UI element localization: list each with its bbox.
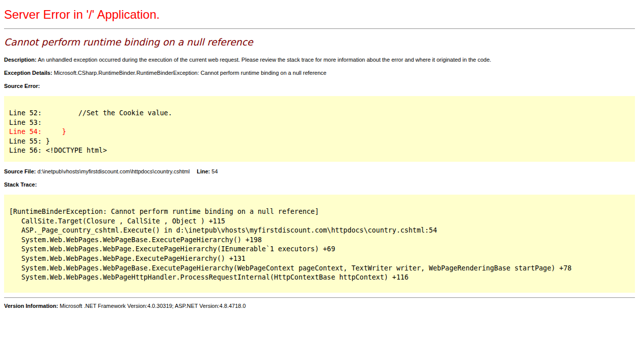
- footer-divider: [4, 297, 635, 298]
- stack-trace-row: Stack Trace:: [4, 181, 635, 188]
- source-error-box: Line 52: //Set the Cookie value. Line 53…: [4, 96, 635, 162]
- line-number: 54: [212, 168, 218, 174]
- stack-trace-box: [RuntimeBinderException: Cannot perform …: [4, 195, 635, 293]
- version-text: Microsoft .NET Framework Version:4.0.303…: [60, 303, 246, 309]
- description-label: Description:: [4, 57, 36, 63]
- source-error-row: Source Error:: [4, 83, 635, 89]
- line-label: Line:: [197, 168, 210, 174]
- source-file-label: Source File:: [4, 168, 36, 174]
- source-error-label: Source Error:: [4, 83, 40, 89]
- source-file-row: Source File: d:\inetpub\vhosts\myfirstdi…: [4, 168, 635, 175]
- source-code-highlighted-line: Line 54: }: [9, 128, 66, 135]
- stack-trace-label: Stack Trace:: [4, 181, 37, 188]
- page-title: Server Error in '/' Application.: [4, 8, 635, 22]
- source-file-path: d:\inetpub\vhosts\myfirstdiscount.com\ht…: [37, 168, 190, 174]
- stack-trace-text: [RuntimeBinderException: Cannot perform …: [4, 195, 635, 293]
- source-code: Line 52: //Set the Cookie value. Line 53…: [4, 96, 635, 162]
- title-divider: [4, 28, 635, 29]
- exception-details-text: Microsoft.CSharp.RuntimeBinder.RuntimeBi…: [54, 70, 326, 76]
- error-page: Server Error in '/' Application. Cannot …: [4, 8, 635, 309]
- version-label: Version Information:: [4, 303, 58, 309]
- exception-details-label: Exception Details:: [4, 70, 52, 76]
- exception-details-row: Exception Details: Microsoft.CSharp.Runt…: [4, 70, 635, 76]
- source-code-after: Line 55: } Line 56: <!DOCTYPE html>: [9, 138, 107, 155]
- description-text: An unhandled exception occurred during t…: [38, 57, 491, 63]
- description-row: Description: An unhandled exception occu…: [4, 57, 635, 63]
- error-subtitle: Cannot perform runtime binding on a null…: [4, 36, 635, 48]
- source-code-before: Line 52: //Set the Cookie value. Line 53…: [9, 109, 172, 126]
- version-row: Version Information: Microsoft .NET Fram…: [4, 303, 635, 309]
